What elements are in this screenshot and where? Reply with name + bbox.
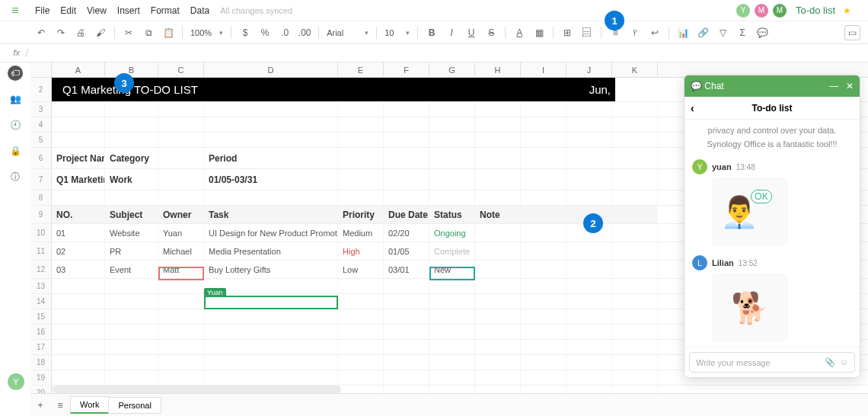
menu-edit[interactable]: Edit [60,5,76,16]
cell[interactable] [429,169,475,190]
cell[interactable] [158,294,204,309]
merge-icon[interactable]: ⿳ [581,27,593,39]
cell[interactable]: Status [429,206,475,223]
cell[interactable] [204,133,338,147]
cell[interactable]: Low [338,261,384,278]
italic-icon[interactable]: I [445,27,458,39]
cell[interactable]: 01/05-03/31 [204,169,338,190]
cell[interactable] [521,206,566,223]
cell[interactable] [105,117,158,132]
row-header[interactable]: 9 [30,206,52,223]
cell[interactable] [338,102,384,117]
cell[interactable] [521,102,566,117]
cell[interactable] [338,386,384,393]
cell[interactable] [521,117,566,132]
cell[interactable] [475,169,521,190]
cell[interactable] [521,190,566,205]
row-header[interactable]: 12 [30,261,52,278]
row-header[interactable]: 16 [30,325,52,339]
cell[interactable]: Priority [338,206,384,223]
cell[interactable] [475,370,521,385]
cell[interactable] [612,242,658,260]
cell[interactable] [338,279,384,293]
cell[interactable]: Yuan [158,224,204,242]
row-header[interactable]: 7 [30,169,52,190]
cell[interactable]: Medium [338,224,384,242]
cell[interactable] [105,279,158,293]
cell[interactable] [384,102,429,117]
cell[interactable] [105,340,158,354]
cell[interactable] [612,169,658,190]
cell[interactable] [429,355,475,370]
cell[interactable] [612,294,658,309]
cell[interactable] [338,370,384,385]
cell[interactable] [105,102,158,117]
cell[interactable]: 01/05 [384,242,429,260]
cell[interactable] [158,169,204,190]
cell[interactable]: Ongoing [429,224,475,242]
cell[interactable] [52,355,105,370]
back-icon[interactable]: ‹ [691,102,694,114]
cell[interactable] [105,309,158,324]
cell[interactable]: High [338,242,384,260]
cell[interactable]: Task [204,206,338,223]
cell[interactable] [475,325,521,339]
cell[interactable] [384,279,429,293]
cell[interactable] [338,117,384,132]
menu-view[interactable]: View [87,5,107,16]
cell[interactable] [384,355,429,370]
valign-icon[interactable]: ⫯ [629,27,641,39]
col-header[interactable]: G [429,62,475,77]
cell[interactable] [521,169,566,190]
cell[interactable] [338,190,384,205]
col-header[interactable]: F [384,62,429,77]
cell[interactable] [158,325,204,339]
cell[interactable] [52,309,105,324]
cut-icon[interactable]: ✂ [123,27,135,39]
cell[interactable] [52,340,105,354]
cell[interactable] [566,355,612,370]
tab-work[interactable]: Work [70,396,109,414]
cell[interactable] [338,309,384,324]
info-icon[interactable]: ⓘ [8,169,23,184]
col-header[interactable]: J [566,62,612,77]
cell[interactable] [338,169,384,190]
cell[interactable] [204,190,338,205]
text-color-icon[interactable]: A [513,27,525,39]
cell[interactable] [521,279,566,293]
cell[interactable] [105,325,158,339]
cell[interactable] [475,309,521,324]
cell[interactable] [612,279,658,293]
cell[interactable] [521,148,566,168]
row-header[interactable]: 13 [30,279,52,293]
cell[interactable] [158,117,204,132]
cell[interactable] [204,355,338,370]
cell[interactable] [384,340,429,354]
cell[interactable] [105,190,158,205]
cell[interactable] [475,279,521,293]
star-icon[interactable]: ★ [843,5,851,16]
cell[interactable] [521,133,566,147]
cell[interactable] [566,117,612,132]
paste-icon[interactable]: 📋 [162,27,174,39]
fill-color-icon[interactable]: ▦ [533,27,545,39]
cell[interactable] [612,386,658,393]
lock-icon[interactable]: 🔒 [8,143,23,158]
redo-icon[interactable]: ↷ [55,27,67,39]
cell[interactable]: Project Name [52,148,105,168]
cell[interactable] [204,340,338,354]
cell[interactable]: New [429,261,475,278]
cell[interactable] [204,117,338,132]
cell[interactable] [566,261,612,278]
cell[interactable] [566,279,612,293]
minimize-icon[interactable]: — [829,81,838,91]
col-header[interactable]: A [52,62,105,77]
cell[interactable] [612,355,658,370]
cell[interactable] [338,294,384,309]
cell[interactable] [338,340,384,354]
bold-icon[interactable]: B [426,27,438,39]
cell[interactable] [612,206,658,223]
cell[interactable] [52,279,105,293]
cell[interactable] [158,309,204,324]
cell[interactable] [105,370,158,385]
